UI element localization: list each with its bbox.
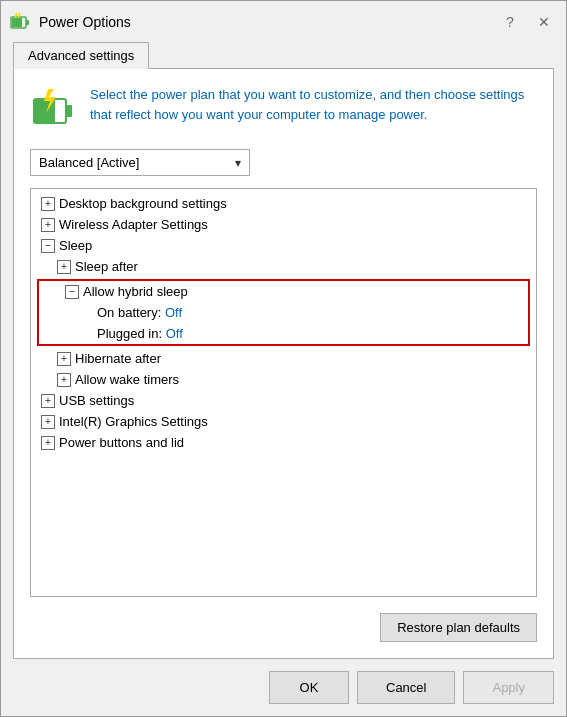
expand-icon-sleep[interactable]: − [41, 239, 55, 253]
expand-icon-intel-graphics[interactable]: + [41, 415, 55, 429]
tree-item-desktop-bg[interactable]: + Desktop background settings [31, 193, 536, 214]
svg-rect-1 [26, 20, 29, 25]
highlighted-section: − Allow hybrid sleep On battery: Off Plu… [37, 279, 530, 346]
tab-bar: Advanced settings [1, 41, 566, 68]
title-controls: ? ✕ [500, 15, 554, 29]
tree-label-wireless: Wireless Adapter Settings [59, 217, 208, 232]
tree-label-sleep-after: Sleep after [75, 259, 138, 274]
help-button[interactable]: ? [500, 15, 520, 29]
tree-item-intel-graphics[interactable]: + Intel(R) Graphics Settings [31, 411, 536, 432]
battery-icon-large [30, 85, 78, 137]
tree-item-wireless[interactable]: + Wireless Adapter Settings [31, 214, 536, 235]
window-icon [9, 11, 31, 33]
title-left: Power Options [9, 11, 131, 33]
tree-item-sleep[interactable]: − Sleep [31, 235, 536, 256]
plan-dropdown[interactable]: Balanced [Active] ▾ [30, 149, 250, 176]
expand-icon-desktop-bg[interactable]: + [41, 197, 55, 211]
content-area: Select the power plan that you want to c… [13, 68, 554, 659]
expand-icon-hibernate-after[interactable]: + [57, 352, 71, 366]
apply-button[interactable]: Apply [463, 671, 554, 704]
tree-label-wake-timers: Allow wake timers [75, 372, 179, 387]
expand-icon-wake-timers[interactable]: + [57, 373, 71, 387]
cancel-button[interactable]: Cancel [357, 671, 455, 704]
tree-item-usb-settings[interactable]: + USB settings [31, 390, 536, 411]
title-bar: Power Options ? ✕ [1, 1, 566, 41]
tree-item-hibernate-after[interactable]: + Hibernate after [31, 348, 536, 369]
svg-rect-6 [66, 105, 72, 117]
restore-plan-defaults-button[interactable]: Restore plan defaults [380, 613, 537, 642]
intro-section: Select the power plan that you want to c… [30, 85, 537, 137]
expand-icon-allow-hybrid[interactable]: − [65, 285, 79, 299]
tree-label-desktop-bg: Desktop background settings [59, 196, 227, 211]
restore-section: Restore plan defaults [30, 609, 537, 642]
settings-tree-container[interactable]: + Desktop background settings + Wireless… [30, 188, 537, 597]
tree-item-sleep-after[interactable]: + Sleep after [31, 256, 536, 277]
power-options-window: Power Options ? ✕ Advanced settings Sele… [0, 0, 567, 717]
tree-label-on-battery: On battery: [97, 305, 165, 320]
expand-icon-usb-settings[interactable]: + [41, 394, 55, 408]
tree-label-sleep: Sleep [59, 238, 92, 253]
tree-label-hibernate-after: Hibernate after [75, 351, 161, 366]
tree-item-plugged-in[interactable]: Plugged in: Off [39, 323, 528, 344]
tree-label-usb-settings: USB settings [59, 393, 134, 408]
ok-button[interactable]: OK [269, 671, 349, 704]
dropdown-arrow-icon: ▾ [235, 156, 241, 170]
expand-icon-sleep-after[interactable]: + [57, 260, 71, 274]
intro-text: Select the power plan that you want to c… [90, 85, 537, 124]
tree-item-on-battery[interactable]: On battery: Off [39, 302, 528, 323]
tree-item-wake-timers[interactable]: + Allow wake timers [31, 369, 536, 390]
window-title: Power Options [39, 14, 131, 30]
plan-dropdown-value: Balanced [Active] [39, 155, 139, 170]
tab-advanced-settings[interactable]: Advanced settings [13, 42, 149, 69]
tree-label-intel-graphics: Intel(R) Graphics Settings [59, 414, 208, 429]
tree-value-plugged-in: Off [166, 326, 183, 341]
expand-icon-power-buttons[interactable]: + [41, 436, 55, 450]
tree-label-allow-hybrid: Allow hybrid sleep [83, 284, 188, 299]
tree-label-power-buttons: Power buttons and lid [59, 435, 184, 450]
expand-icon-wireless[interactable]: + [41, 218, 55, 232]
tree-label-plugged-in: Plugged in: [97, 326, 166, 341]
button-bar: OK Cancel Apply [1, 659, 566, 716]
tree-value-on-battery: Off [165, 305, 182, 320]
tree-item-allow-hybrid[interactable]: − Allow hybrid sleep [39, 281, 528, 302]
close-button[interactable]: ✕ [534, 15, 554, 29]
tree-item-power-buttons[interactable]: + Power buttons and lid [31, 432, 536, 453]
svg-rect-2 [12, 18, 22, 27]
settings-tree: + Desktop background settings + Wireless… [31, 189, 536, 457]
